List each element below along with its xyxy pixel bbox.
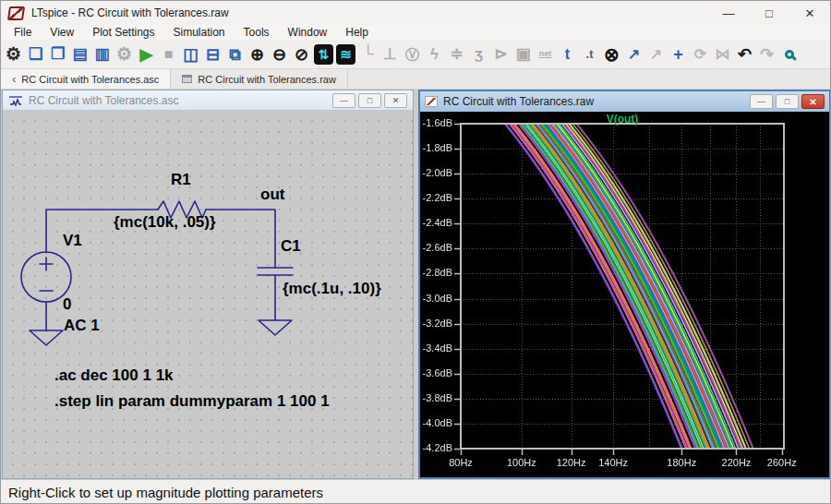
wire-r1-to-c1 — [206, 210, 275, 268]
save-icon[interactable]: ▤ — [70, 42, 90, 66]
spice-directive-ac[interactable]: .ac dec 100 1 1k — [54, 367, 174, 385]
spice-directive-step[interactable]: .step lin param dummyparam 1 100 1 — [54, 393, 330, 411]
status-bar: Right-Click to set up magnitude plotting… — [1, 479, 830, 504]
new-file-icon[interactable]: ❏ — [26, 42, 45, 66]
component-icon[interactable]: ▣ — [513, 42, 533, 66]
menu-item-file[interactable]: File — [5, 26, 41, 39]
menu-item-help[interactable]: Help — [336, 26, 378, 39]
ltspice-logo-icon — [7, 6, 25, 20]
v1-name-label[interactable]: V1 — [63, 233, 82, 250]
menu-item-tools[interactable]: Tools — [235, 26, 279, 39]
out-node-label[interactable]: out — [260, 186, 284, 204]
tile-horizontal-icon[interactable]: ⊟ — [203, 42, 223, 66]
ground-icon[interactable]: ⊥ — [380, 42, 400, 66]
toolbar: ⚙❏❐▤▥⚙▶■◫⊟⧉⊕⊖⊘⇅≋└⊥Ⓥϟ≑ʒ⊳▣nett.t⊗↗↗+⟳⋈↶↷ — [1, 40, 830, 69]
zoom-out-icon[interactable]: ⊖ — [270, 42, 289, 66]
menubar: FileViewPlot SettingsSimulationToolsWind… — [1, 25, 830, 40]
resistor-icon[interactable]: ϟ — [425, 42, 444, 66]
rotate-icon[interactable]: ⟳ — [691, 42, 710, 66]
menu-item-window[interactable]: Window — [279, 26, 337, 39]
delete-icon[interactable]: ⊗ — [602, 42, 621, 66]
undo-icon[interactable]: ↶ — [735, 42, 754, 66]
diode-icon[interactable]: ⊳ — [491, 42, 511, 66]
waveform-icon — [425, 96, 438, 107]
waveform-restore-button[interactable]: □ — [776, 94, 799, 109]
close-button[interactable]: ✕ — [789, 1, 830, 25]
autorange-y-icon[interactable]: ⇅ — [314, 44, 333, 65]
copy-icon[interactable]: ↗ — [624, 42, 644, 66]
search-icon[interactable] — [779, 42, 799, 66]
tab-schematic-label: RC Circuit with Tolerances.asc — [21, 74, 159, 85]
r1-name-label[interactable]: R1 — [171, 172, 191, 189]
cascade-windows-icon[interactable]: ⧉ — [225, 42, 245, 66]
r1-value-label[interactable]: {mc(10k, .05)} — [114, 214, 216, 232]
menu-item-simulation[interactable]: Simulation — [164, 26, 235, 39]
fft-waveform-icon[interactable]: ≋ — [336, 44, 355, 65]
mdi-area: RC Circuit with Tolerances.asc — □ ✕ — [1, 90, 831, 479]
mirror-icon[interactable]: ⋈ — [713, 42, 732, 66]
schematic-icon — [8, 94, 23, 107]
schematic-close-button[interactable]: ✕ — [384, 93, 407, 108]
ltspice-window: LTspice - RC Circuit with Tolerances.raw… — [0, 0, 831, 504]
waveform-pane[interactable]: V(out) — [420, 112, 829, 477]
v1-dc-value-label[interactable]: 0 — [63, 296, 71, 314]
tab-waveform[interactable]: RC Circuit with Tolerances.raw — [171, 69, 348, 89]
waveform-plot-canvas[interactable] — [420, 112, 829, 477]
waveform-titlebar[interactable]: RC Circuit with Tolerances.raw — □ ✕ — [420, 91, 829, 112]
tile-vertical-icon[interactable]: ◫ — [181, 42, 200, 66]
titlebar: LTspice - RC Circuit with Tolerances.raw… — [1, 1, 830, 25]
chevron-left-icon: ‹ — [12, 72, 16, 86]
schematic-window-title: RC Circuit with Tolerances.asc — [29, 94, 332, 107]
c1-name-label[interactable]: C1 — [281, 238, 301, 256]
control-panel-icon[interactable]: ⚙ — [114, 42, 134, 66]
capacitor-icon[interactable]: ≑ — [447, 42, 466, 66]
text-tool-icon[interactable]: t — [558, 42, 577, 66]
schematic-restore-button[interactable]: □ — [358, 93, 381, 108]
zoom-full-extents-icon[interactable]: ⊘ — [292, 42, 311, 66]
c1-value-label[interactable]: {mc(.1u, .10)} — [283, 281, 381, 298]
status-text: Right-Click to set up magnitude plotting… — [8, 485, 323, 500]
tab-schematic[interactable]: ‹ RC Circuit with Tolerances.asc — [1, 69, 171, 89]
capacitor-c1-symbol — [258, 268, 293, 275]
wire-icon[interactable]: └ — [358, 42, 378, 66]
schematic-titlebar[interactable]: RC Circuit with Tolerances.asc — □ ✕ — [3, 90, 413, 111]
menu-item-plot-settings[interactable]: Plot Settings — [83, 26, 163, 39]
paste-icon[interactable]: ↗ — [646, 42, 666, 66]
schematic-window: RC Circuit with Tolerances.asc — □ ✕ — [2, 90, 414, 479]
open-file-icon[interactable]: ❐ — [48, 42, 67, 66]
waveform-window-title: RC Circuit with Tolerances.raw — [443, 95, 750, 108]
tab-waveform-label: RC Circuit with Tolerances.raw — [198, 74, 336, 85]
minimize-button[interactable]: — — [708, 1, 749, 25]
ground-v1-symbol — [30, 330, 63, 345]
window-title: LTspice - RC Circuit with Tolerances.raw — [31, 6, 229, 19]
waveform-minimize-button[interactable]: — — [750, 94, 773, 109]
schematic-minimize-button[interactable]: — — [332, 93, 355, 108]
drag-icon[interactable]: + — [668, 42, 688, 66]
tab-bar: ‹ RC Circuit with Tolerances.asc RC Circ… — [1, 69, 830, 90]
print-icon[interactable]: ▥ — [92, 42, 112, 66]
waveform-window-icon — [182, 75, 192, 83]
maximize-button[interactable]: □ — [749, 1, 789, 25]
v1-ac-value-label[interactable]: AC 1 — [64, 318, 100, 335]
v1-plus-sign — [40, 258, 53, 270]
trace-name-vout[interactable]: V(out) — [461, 113, 784, 126]
run-icon[interactable]: ▶ — [137, 42, 156, 66]
waveform-close-button[interactable]: ✕ — [801, 94, 825, 109]
net-icon[interactable]: net — [536, 42, 555, 66]
waveform-window: RC Circuit with Tolerances.raw — □ ✕ V(o… — [418, 90, 831, 479]
settings-gear-icon[interactable]: ⚙ — [4, 42, 23, 66]
redo-icon[interactable]: ↷ — [757, 42, 777, 66]
spice-directive-icon[interactable]: .t — [580, 42, 599, 66]
schematic-canvas[interactable]: R1 {mc(10k, .05)} out C1 {mc(.1u, .10)} … — [3, 111, 413, 478]
menu-item-view[interactable]: View — [41, 26, 83, 39]
net-label-icon[interactable]: Ⓥ — [403, 42, 422, 66]
window-controls: — □ ✕ — [708, 1, 830, 25]
halt-icon[interactable]: ■ — [159, 42, 178, 66]
inductor-icon[interactable]: ʒ — [469, 42, 488, 66]
zoom-in-icon[interactable]: ⊕ — [247, 42, 267, 66]
ground-c1-symbol — [259, 320, 292, 335]
